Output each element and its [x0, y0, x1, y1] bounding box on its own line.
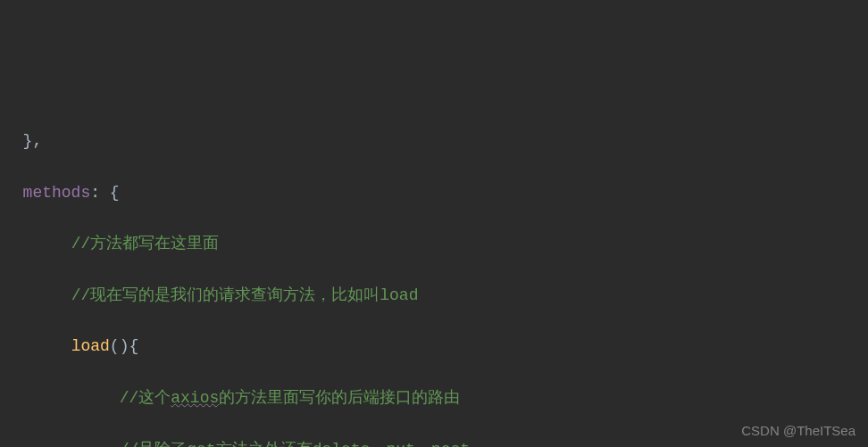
comment: //方法都写在这里面 [71, 235, 220, 252]
comment: //这个axios的方法里面写你的后端接口的路由 [120, 389, 461, 407]
code-line: load(){ [4, 334, 868, 360]
code-line: //这个axios的方法里面写你的后端接口的路由 [4, 385, 868, 411]
comment: //且除了get方法之外还有delete、put、post [120, 441, 470, 447]
code-line: //且除了get方法之外还有delete、put、post [4, 437, 868, 447]
squiggle-axios: axios [171, 389, 219, 407]
code-line: methods: { [4, 180, 868, 206]
property-methods: methods [23, 184, 91, 202]
parens-brace: (){ [110, 337, 138, 355]
function-load: load [71, 337, 110, 355]
colon-brace: : { [90, 184, 119, 202]
code-line: //现在写的是我们的请求查询方法，比如叫load [4, 283, 868, 309]
code-line: //方法都写在这里面 [4, 231, 868, 257]
code-line: }, [4, 128, 868, 154]
comment: //现在写的是我们的请求查询方法，比如叫load [71, 286, 419, 304]
brace-close: }, [23, 132, 43, 150]
watermark: CSDN @TheITSea [741, 420, 855, 442]
code-editor[interactable]: }, methods: { //方法都写在这里面 //现在写的是我们的请求查询方… [0, 103, 868, 447]
